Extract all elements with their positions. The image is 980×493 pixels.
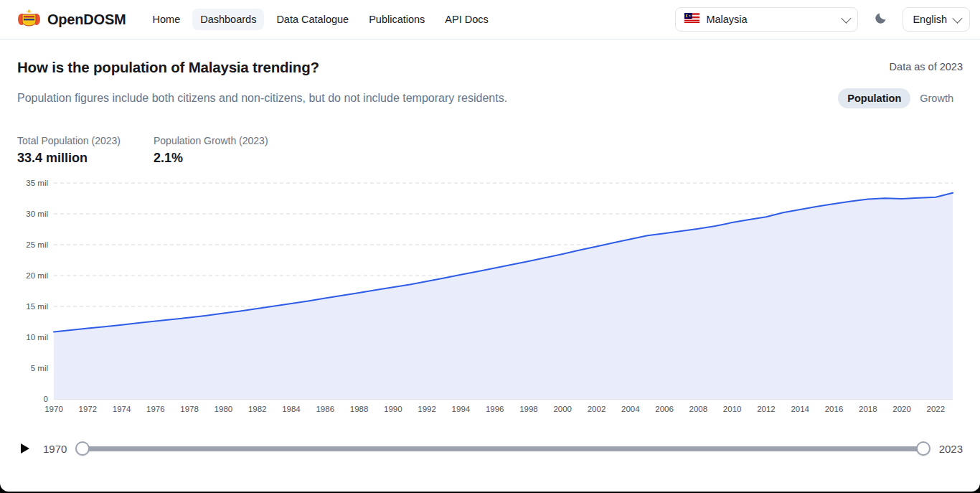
stat-value: 2.1% xyxy=(154,151,268,166)
toggle-growth[interactable]: Growth xyxy=(910,88,963,108)
nav-item-home[interactable]: Home xyxy=(145,9,189,30)
svg-text:1992: 1992 xyxy=(418,405,436,413)
stat-value: 33.4 million xyxy=(17,151,121,166)
svg-text:1986: 1986 xyxy=(316,405,334,413)
svg-text:1980: 1980 xyxy=(215,405,233,413)
moon-icon xyxy=(873,11,887,28)
slider-track[interactable] xyxy=(83,446,923,451)
svg-text:1996: 1996 xyxy=(486,405,504,413)
svg-text:1978: 1978 xyxy=(180,405,199,413)
slider-handle-start[interactable] xyxy=(75,441,90,456)
main-nav: Home Dashboards Data Catalogue Publicati… xyxy=(145,9,496,30)
svg-text:1998: 1998 xyxy=(519,405,538,413)
stat-total-population: Total Population (2023) 33.4 million xyxy=(17,135,121,166)
svg-text:1988: 1988 xyxy=(350,405,369,413)
population-area-chart[interactable]: 05 mil10 mil15 mil20 mil25 mil30 mil35 m… xyxy=(17,172,963,423)
svg-text:10 mil: 10 mil xyxy=(26,333,48,342)
malaysia-coat-of-arms-icon xyxy=(17,9,41,31)
dashboard-content: How is the population of Malaysia trendi… xyxy=(0,59,980,423)
chevron-down-icon xyxy=(952,14,962,24)
chevron-down-icon xyxy=(842,14,852,24)
svg-text:1982: 1982 xyxy=(248,405,267,413)
svg-text:20 mil: 20 mil xyxy=(26,271,48,280)
range-end-year: 2023 xyxy=(939,443,963,455)
country-selector-dropdown[interactable]: Malaysia xyxy=(675,7,858,32)
top-navigation-bar: OpenDOSM Home Dashboards Data Catalogue … xyxy=(0,0,980,39)
svg-text:2016: 2016 xyxy=(825,405,844,413)
language-selector-dropdown[interactable]: English xyxy=(903,7,970,32)
svg-text:1970: 1970 xyxy=(44,405,63,413)
svg-text:2002: 2002 xyxy=(588,405,606,413)
svg-text:2006: 2006 xyxy=(655,405,674,413)
svg-text:15 mil: 15 mil xyxy=(26,302,48,311)
language-selector-value: English xyxy=(913,14,947,25)
header-actions: Malaysia English xyxy=(675,7,970,32)
nav-item-publications[interactable]: Publications xyxy=(361,9,433,30)
country-selector-value: Malaysia xyxy=(706,14,835,25)
nav-item-data-catalogue[interactable]: Data Catalogue xyxy=(268,9,357,30)
stat-label: Population Growth (2023) xyxy=(154,135,268,146)
svg-text:2008: 2008 xyxy=(689,405,708,413)
svg-text:2004: 2004 xyxy=(621,405,640,413)
svg-text:25 mil: 25 mil xyxy=(26,240,48,249)
stat-label: Total Population (2023) xyxy=(17,135,121,146)
svg-text:0: 0 xyxy=(44,395,48,403)
opendosm-dashboard-page: OpenDOSM Home Dashboards Data Catalogue … xyxy=(0,0,980,492)
year-range-slider[interactable] xyxy=(83,441,923,456)
svg-text:1976: 1976 xyxy=(146,405,165,413)
svg-text:2000: 2000 xyxy=(553,405,572,413)
svg-text:1990: 1990 xyxy=(384,405,402,413)
play-button[interactable] xyxy=(17,441,33,456)
stat-population-growth: Population Growth (2023) 2.1% xyxy=(154,135,268,166)
opendosm-logo[interactable]: OpenDOSM xyxy=(17,9,126,31)
malaysia-flag-icon xyxy=(684,13,699,26)
svg-text:2018: 2018 xyxy=(859,405,877,413)
stats-row: Total Population (2023) 33.4 million Pop… xyxy=(17,135,963,166)
svg-text:1984: 1984 xyxy=(282,405,301,413)
svg-text:1974: 1974 xyxy=(113,405,131,413)
page-title: How is the population of Malaysia trendi… xyxy=(17,59,319,76)
data-as-of-label: Data as of 2023 xyxy=(890,59,963,72)
svg-text:30 mil: 30 mil xyxy=(26,210,48,218)
svg-text:2020: 2020 xyxy=(892,405,911,413)
dark-mode-toggle[interactable] xyxy=(868,7,892,32)
svg-text:5 mil: 5 mil xyxy=(31,364,48,372)
year-range-slider-row: 1970 2023 xyxy=(17,438,963,459)
svg-text:2010: 2010 xyxy=(723,405,742,413)
nav-item-dashboards[interactable]: Dashboards xyxy=(192,9,264,30)
page-subtitle: Population figures include both citizens… xyxy=(17,92,507,105)
brand-name: OpenDOSM xyxy=(47,11,126,28)
svg-text:1972: 1972 xyxy=(78,405,97,413)
range-start-year: 1970 xyxy=(43,443,67,455)
toggle-population[interactable]: Population xyxy=(838,88,910,108)
svg-text:2022: 2022 xyxy=(927,405,946,413)
population-chart-container: 05 mil10 mil15 mil20 mil25 mil30 mil35 m… xyxy=(17,172,963,423)
metric-toggle: Population Growth xyxy=(838,88,963,108)
play-icon xyxy=(21,443,29,454)
svg-text:2012: 2012 xyxy=(757,405,776,413)
slider-handle-end[interactable] xyxy=(916,441,930,456)
svg-text:2014: 2014 xyxy=(791,405,809,413)
svg-text:35 mil: 35 mil xyxy=(26,179,48,187)
svg-text:1994: 1994 xyxy=(452,405,471,413)
nav-item-api-docs[interactable]: API Docs xyxy=(437,9,496,30)
